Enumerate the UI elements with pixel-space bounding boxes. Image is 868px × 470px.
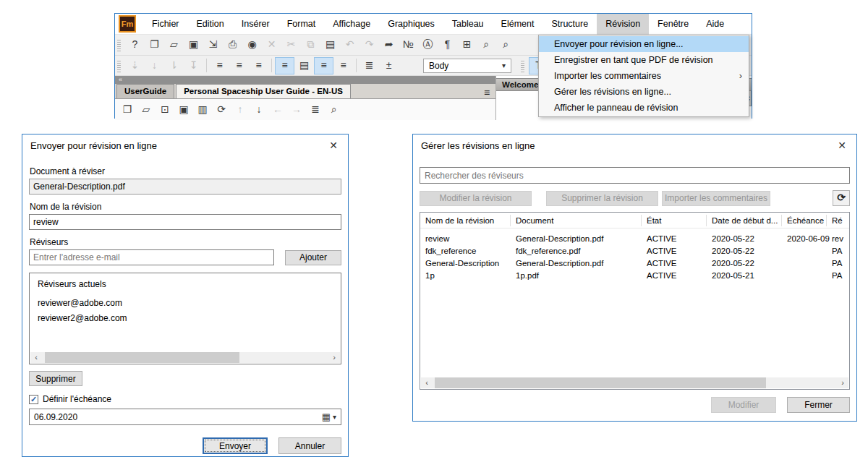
justify-left-icon[interactable]: ≡ [275,57,294,74]
delete-icon[interactable]: ✕ [262,36,281,54]
copy-icon[interactable]: ⧉ [301,36,320,54]
zoom-icon[interactable]: ⌕ [496,36,516,54]
modify-review-button[interactable]: Modifier la révision [420,191,532,206]
scrollbar-thumb[interactable] [45,352,239,363]
email-field[interactable] [29,249,274,265]
align-left-icon[interactable]: ≡ [210,57,229,74]
close-icon[interactable]: ✕ [835,140,848,151]
scroll-right-icon[interactable]: › [328,352,340,363]
search-icon[interactable]: ⌕ [325,101,344,119]
move-anchor-down-icon[interactable]: ⇂ [164,57,184,74]
add-document-icon[interactable]: ❐ [118,101,137,119]
menu-item-enregistrer-en-tant-que-pdf-de-revision[interactable]: Enregistrer en tant que PDF de révision [539,52,749,68]
save-book-icon[interactable]: ▣ [174,101,193,119]
deadline-checkbox[interactable]: ✓ [29,395,38,404]
menu-graphiques[interactable]: Graphiques [379,14,443,35]
panel-menu-icon[interactable]: ≡ [478,87,495,98]
find-format-icon[interactable]: Ⓐ [418,36,438,54]
spacing-options-icon[interactable]: ± [379,57,399,74]
justify-full-icon[interactable]: ▤ [294,57,314,74]
lock-icon[interactable]: ◉ [242,36,262,54]
align-center-icon[interactable]: ≡ [229,57,249,74]
insert-below-icon[interactable]: ⇣ [125,57,145,74]
delete-review-button[interactable]: Supprimer la révision [546,191,658,206]
calendar-icon[interactable]: ▦ [322,411,331,422]
delete-item-icon[interactable]: ▥ [193,101,212,119]
tab-userguide[interactable]: UserGuide [116,84,174,98]
move-up-icon[interactable]: ↑ [231,101,250,119]
table-row[interactable]: 1p1p.pdfACTIVE2020-05-21PA [420,269,849,281]
paragraph-style-select[interactable]: Body ▾ [423,59,511,73]
new-document-icon[interactable]: ❐ [145,36,164,54]
table-row[interactable]: reviewGeneral-Description.pdfACTIVE2020-… [420,232,849,244]
find-paragraph-icon[interactable]: ¶ [438,36,457,54]
baseline-down-icon[interactable]: ↧ [184,57,203,74]
toolbar-grip[interactable] [521,59,524,72]
menu-item-envoyer-pour-revision-en-ligne[interactable]: Envoyer pour révision en ligne... [539,36,749,52]
back-icon[interactable]: ← [268,101,287,119]
close-icon[interactable]: ✕ [327,140,340,151]
scrollbar-thumb[interactable] [435,377,766,388]
conditional-text-icon[interactable]: № [399,36,418,54]
chevron-down-icon[interactable]: ▾ [333,413,336,421]
align-justify-icon[interactable]: ≡ [333,57,353,74]
line-spacing-icon[interactable]: ≣ [359,57,379,74]
update-book-icon[interactable]: ⟳ [212,101,231,119]
close-button[interactable]: Fermer [787,397,850,413]
review-name-field[interactable] [29,214,341,230]
toolbar-grip[interactable] [117,38,121,51]
delete-reviewer-button[interactable]: Supprimer [29,371,82,386]
deadline-date-field[interactable]: 06.09.2020 ▦ ▾ [29,409,341,425]
import-document-icon[interactable]: ⇲ [203,36,223,54]
reviewer-list-item[interactable]: reviewer2@adobe.com [38,313,333,323]
search-reviews-input[interactable] [420,167,850,184]
menu-element[interactable]: Elément [493,14,543,35]
menu-affichage[interactable]: Affichage [324,14,379,35]
paste-icon[interactable]: ▤ [320,36,340,54]
table-row[interactable]: General-DescriptionGeneral-Description.p… [420,257,849,269]
zoom-text-icon[interactable]: ⌕ [477,36,496,54]
refresh-icon[interactable]: ⟳ [833,190,850,206]
tab-personal-spaceship-user-guide-en-us[interactable]: Personal Spaceship User Guide - EN-US [176,84,351,98]
cut-icon[interactable]: ✂ [281,36,301,54]
menu-fenetre[interactable]: Fenêtre [649,14,697,35]
add-button[interactable]: Ajouter [285,250,341,265]
menu-edition[interactable]: Edition [188,14,233,35]
scroll-left-icon[interactable]: ‹ [421,377,433,388]
open-folder-icon[interactable]: ▱ [164,36,184,54]
panel-collapse-button[interactable]: « [115,76,495,84]
document-field[interactable] [29,179,341,195]
justify-icon[interactable]: ≡ [314,57,333,74]
menu-format[interactable]: Format [278,14,325,35]
find-table-icon[interactable]: ⊞ [457,36,477,54]
move-down-icon[interactable]: ↓ [250,101,268,119]
scroll-right-icon[interactable]: › [837,377,848,388]
add-folder-icon[interactable]: ▱ [137,101,156,119]
modify-button[interactable]: Modifier [711,397,776,413]
scroll-left-icon[interactable]: ‹ [30,352,42,363]
import-comments-button[interactable]: Importer les commentaires [662,191,770,206]
send-button[interactable]: Envoyer [203,437,268,454]
menu-item-gerer-les-revisions-en-ligne[interactable]: Gérer les révisions en ligne... [539,84,749,100]
menu-aide[interactable]: Aide [697,14,733,35]
align-right-icon[interactable]: ≡ [249,57,268,74]
list-view-icon[interactable]: ≣ [306,101,325,119]
save-icon[interactable]: ▣ [184,36,203,54]
table-row[interactable]: fdk_referencefdk_reference.pdfACTIVE2020… [420,244,849,257]
print-icon[interactable]: ⎙ [223,36,242,54]
help-icon[interactable]: ? [125,36,145,54]
publish-icon[interactable]: ➦ [379,36,399,54]
menu-structure[interactable]: Structure [542,14,597,35]
reviewer-list-item[interactable]: reviewer@adobe.com [38,298,333,308]
menu-tableau[interactable]: Tableau [443,14,493,35]
add-selection-icon[interactable]: ⊡ [156,101,174,119]
menu-item-importer-les-commentaires[interactable]: Importer les commentaires› [539,68,749,84]
insert-down-icon[interactable]: ↓ [145,57,164,74]
menu-inserer[interactable]: Insérer [233,14,278,35]
menu-revision[interactable]: Révision [597,14,649,35]
cancel-button[interactable]: Annuler [278,437,341,454]
forward-icon[interactable]: → [287,101,306,119]
menu-item-afficher-le-panneau-de-revision[interactable]: Afficher le panneau de révision [539,100,749,116]
menu-fichier[interactable]: Fichier [143,14,188,35]
redo-icon[interactable]: ↷ [359,36,379,54]
